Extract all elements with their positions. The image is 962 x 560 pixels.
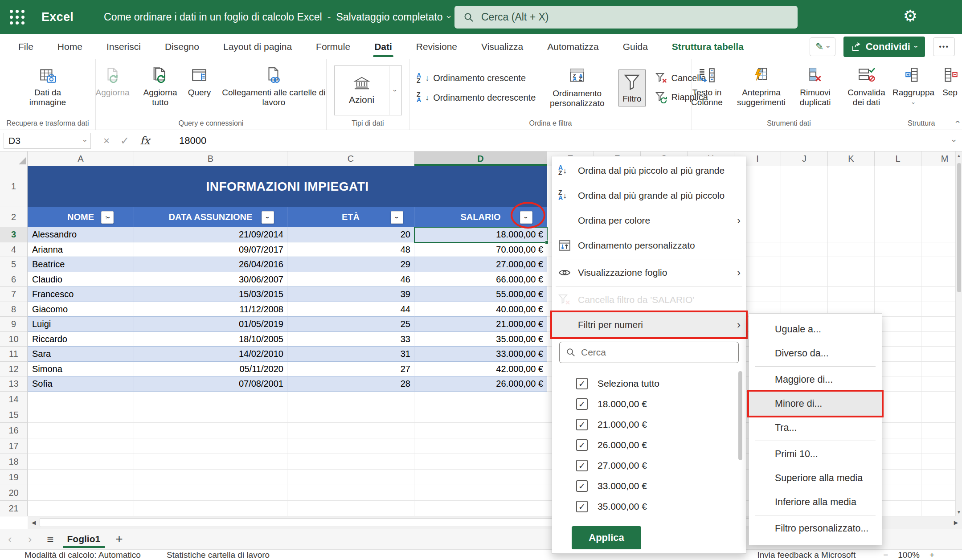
submenu-item-maggiore-di-[interactable]: Maggiore di... [749,368,882,392]
filter-dropdown-button-salario[interactable]: › [520,211,532,224]
table-cell[interactable]: 09/07/2017 [134,242,287,257]
row-header-7[interactable]: 7 [0,287,28,302]
next-sheet-icon[interactable]: › [20,532,40,546]
cell-K3[interactable] [828,227,875,242]
cell-B15[interactable] [134,407,287,423]
table-cell[interactable]: Giacomo [28,302,134,317]
cell-J5[interactable] [781,257,828,272]
enter-icon[interactable]: ✓ [120,135,129,147]
table-cell[interactable]: 35.000,00 € [414,332,547,347]
menu-item-filtri-per-numeri[interactable]: Filtri per numeri› [552,312,746,337]
row-header-12[interactable]: 12 [0,362,28,376]
cell-C15[interactable] [287,407,414,423]
cell-C21[interactable] [287,501,414,516]
table-cell[interactable]: Alessandro [28,227,134,242]
table-cell[interactable]: 66.000,00 € [414,272,547,287]
tab-inserisci[interactable]: Inserisci [94,34,153,59]
cell-A20[interactable] [28,485,134,501]
row-header-10[interactable]: 10 [0,332,28,347]
vertical-scrollbar[interactable]: ▲ ▼ [955,151,962,516]
table-cell[interactable]: 31 [287,347,414,362]
column-header-B[interactable]: B [134,151,287,166]
filter-value-33-000-00-[interactable]: ✓33.000,00 € [552,476,746,496]
row-header-13[interactable]: 13 [0,376,28,392]
refresh-all-button[interactable]: Aggiorna tutto [140,66,181,108]
cell-B18[interactable] [134,454,287,470]
row-header-14[interactable]: 14 [0,392,28,407]
submenu-item-uguale-a-[interactable]: Uguale a... [749,317,882,341]
select-all-corner[interactable] [0,151,28,166]
filter-dropdown-button-nome[interactable]: ↑› [101,211,114,224]
menu-item-ordina-per-colore[interactable]: Ordina per colore› [552,208,746,233]
cell-B20[interactable] [134,485,287,501]
checkbox-checked-icon[interactable]: ✓ [576,398,588,410]
gear-icon[interactable]: ⚙ [903,8,917,24]
add-sheet-icon[interactable]: + [106,532,131,546]
cell-B21[interactable] [134,501,287,516]
table-cell[interactable]: 18.000,00 € [414,227,547,242]
group-button[interactable]: Raggruppa › [892,66,934,106]
column-header-K[interactable]: K [828,151,875,166]
row-header-4[interactable]: 4 [0,242,28,257]
collapse-ribbon-icon[interactable]: › [952,120,962,123]
row-header-15[interactable]: 15 [0,407,28,423]
tab-file[interactable]: File [6,34,45,59]
submenu-item-diverso-da-[interactable]: Diverso da... [749,341,882,365]
table-cell[interactable]: Arianna [28,242,134,257]
sheet-tab-foglio1[interactable]: Foglio1 [61,529,107,549]
table-cell[interactable]: 44 [287,302,414,317]
scroll-right-icon[interactable]: ▶ [950,519,962,526]
sort-descending-button[interactable]: ZA↓ Ordinamento decrescente [417,92,536,103]
vertical-scrollbar-thumb[interactable] [957,163,961,292]
submenu-item-minore-di-[interactable]: Minore di... [749,392,882,416]
cell-K2[interactable] [828,207,875,227]
cell-J2[interactable] [781,207,828,227]
sort-ascending-button[interactable]: AZ↓ Ordinamento crescente [417,73,536,84]
table-cell[interactable]: 55.000,00 € [414,287,547,302]
filter-search-input[interactable] [581,347,715,358]
cell-D21[interactable] [414,501,547,516]
custom-sort-button[interactable]: ZAAZ Ordinamento personalizzato [544,67,610,109]
filter-value-35-000-00-[interactable]: ✓35.000,00 € [552,496,746,517]
cell-L4[interactable] [875,242,921,257]
search-input[interactable] [481,11,749,23]
table-cell[interactable]: 07/08/2001 [134,376,287,392]
cell-A18[interactable] [28,454,134,470]
tab-automatizza[interactable]: Automatizza [535,34,611,59]
calculation-mode-status[interactable]: Modalità di calcolo: Automatico [25,550,141,560]
cell-D16[interactable] [414,423,547,438]
checkbox-checked-icon[interactable]: ✓ [576,419,588,430]
row-header-1[interactable]: 1 [0,166,28,207]
table-cell[interactable]: Beatrice [28,257,134,272]
all-sheets-menu-icon[interactable]: ≡ [40,532,61,546]
cell-A15[interactable] [28,407,134,423]
tab-disegno[interactable]: Disegno [153,34,211,59]
table-cell[interactable]: 70.000,00 € [414,242,547,257]
submenu-item-filtro-personalizzato-[interactable]: Filtro personalizzato... [749,516,882,540]
table-cell[interactable]: 46 [287,272,414,287]
cell-L3[interactable] [875,227,921,242]
cell-J3[interactable] [781,227,828,242]
table-header-nome[interactable]: NOME↑› [28,207,134,227]
tab-layout-di-pagina[interactable]: Layout di pagina [211,34,304,59]
refresh-button[interactable]: Aggiorna [93,66,133,98]
table-cell[interactable]: 27.000,00 € [414,257,547,272]
table-cell[interactable]: 05/11/2020 [134,362,287,376]
checkbox-checked-icon[interactable]: ✓ [576,480,588,492]
table-cell[interactable]: Claudio [28,272,134,287]
cell-D20[interactable] [414,485,547,501]
cell-A21[interactable] [28,501,134,516]
cell-L6[interactable] [875,272,921,287]
menu-item-ordinamento-personalizzato[interactable]: Ordinamento personalizzato [552,233,746,258]
table-cell[interactable]: 48 [287,242,414,257]
previous-sheet-icon[interactable]: ‹ [0,532,20,546]
name-box[interactable]: D3 › [4,133,91,149]
flash-fill-button[interactable]: Anteprima suggerimenti [734,66,789,108]
table-cell[interactable]: 33.000,00 € [414,347,547,362]
editing-mode-button[interactable]: ✎ › [810,37,835,56]
column-header-D[interactable]: D [414,151,547,166]
table-cell[interactable]: 33 [287,332,414,347]
table-cell[interactable]: Francesco [28,287,134,302]
row-header-8[interactable]: 8 [0,302,28,317]
workbook-statistics[interactable]: Statistiche cartella di lavoro [167,550,270,560]
